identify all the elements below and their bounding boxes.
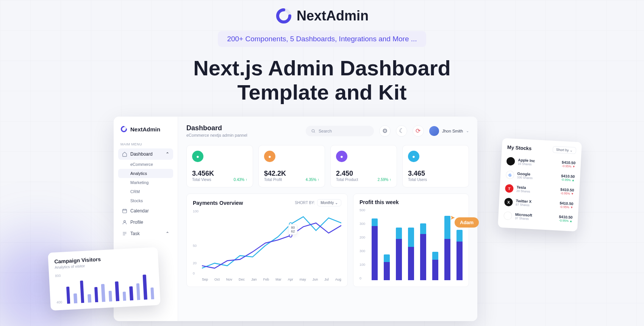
bar (150, 287, 154, 299)
stat-icon: ● (408, 151, 419, 162)
stat-label: Total Profit (264, 178, 282, 182)
sidebar-sub-ecommerce[interactable]: eCommerce (118, 160, 173, 169)
sidebar-sub-marketing[interactable]: Marketing (118, 178, 173, 187)
profit-chart: 5003002003001000 (360, 208, 463, 280)
stocks-card: My Stocks Short by ⌄ Apple Inc16 Shares … (498, 138, 582, 232)
bar (432, 252, 438, 280)
sidebar-item-profile[interactable]: Profile (118, 217, 173, 228)
bar (143, 275, 147, 300)
bar (420, 223, 426, 280)
sidebar-brand[interactable]: NextAdmin (118, 126, 173, 139)
bar (123, 292, 127, 301)
stat-label: Total Views (192, 178, 211, 182)
bar (94, 287, 98, 303)
bar (444, 216, 450, 280)
search-input[interactable]: Search (306, 126, 374, 136)
stat-change: 4.35% ↑ (306, 178, 319, 182)
page-subtitle: eCommerce nextjs admin pannel (186, 133, 300, 137)
home-icon (122, 151, 127, 157)
sidebar-sub-crm[interactable]: CRM (118, 187, 173, 196)
bar (80, 280, 84, 303)
chevron-down-icon: ⌄ (335, 201, 338, 205)
notifications-button[interactable]: ⟳ (413, 125, 424, 137)
chevron-up-icon: ⌃ (166, 231, 169, 236)
stat-icon: ● (192, 151, 203, 162)
gear-icon: ⚙ (382, 127, 388, 134)
stat-value: 2.450 (336, 170, 391, 178)
stat-label: Total Users (408, 178, 427, 182)
bar (88, 294, 91, 303)
chart-tooltip: 8062 (288, 224, 297, 235)
bar (66, 286, 70, 304)
stocks-sort[interactable]: Short by ⌄ (552, 146, 576, 154)
stat-card: ● $42.2K Total Profit 4.35% ↑ (258, 145, 325, 187)
bar (408, 228, 414, 280)
stock-logo-icon: X (504, 198, 513, 206)
bar (372, 218, 378, 280)
calendar-icon (122, 208, 127, 214)
sidebar-item-task[interactable]: Task ⌃ (118, 228, 173, 239)
sidebar-section-label: MAIM MENU (118, 139, 173, 148)
user-menu[interactable]: Jhon Smith ⌄ (429, 126, 469, 136)
svg-point-3 (124, 220, 126, 222)
chevron-up-icon: ⌃ (166, 151, 169, 157)
bar (129, 286, 133, 300)
stock-logo-icon (506, 157, 515, 165)
stat-value: $42.2K (264, 170, 319, 178)
sort-control: SHORT BY: Monthly ⌄ (295, 199, 341, 206)
stat-card: ● 2.450 Total Product 2.59% ↑ (330, 145, 397, 187)
sidebar-item-calendar[interactable]: Calendar (118, 205, 173, 217)
stat-value: 3.465 (408, 170, 463, 178)
stat-icon: ● (264, 151, 275, 162)
moon-icon: ☾ (399, 127, 404, 134)
hero-brand-text: NextAdmin (297, 8, 369, 24)
stocks-title: My Stocks (507, 144, 532, 151)
avatar (429, 126, 439, 136)
settings-button[interactable]: ⚙ (379, 125, 391, 137)
bell-icon: ⟳ (416, 127, 420, 134)
stat-change: 2.59% ↑ (378, 178, 391, 182)
cursor-icon: ➤ (450, 214, 455, 221)
stat-card: ● 3.456K Total Views 0.43% ↑ (186, 145, 253, 187)
sidebar-sub-analytics[interactable]: Analytics (118, 169, 173, 178)
profit-title: Profit this week (360, 199, 399, 205)
svg-rect-2 (123, 209, 127, 213)
topbar: Dashboard eCommerce nextjs admin pannel … (186, 124, 469, 137)
svg-point-4 (312, 129, 314, 132)
brand-logo-icon (120, 126, 127, 133)
main-content: Dashboard eCommerce nextjs admin pannel … (178, 117, 477, 321)
bar (73, 293, 77, 304)
profit-card: Profit this week 5003002003001000 (353, 193, 469, 287)
stock-logo-icon: G (506, 170, 514, 179)
user-icon (122, 220, 127, 225)
stats-row: ● 3.456K Total Views 0.43% ↑● $42.2K Tot… (186, 145, 469, 187)
bar (115, 281, 119, 301)
sidebar-sub-stocks[interactable]: Stocks (118, 196, 173, 205)
campaign-card: Campaign Visitors Analytics of visitor 8… (48, 247, 161, 311)
brand-logo-icon (275, 8, 292, 24)
stat-change: 0.43% ↑ (234, 178, 247, 182)
stat-label: Total Product (336, 178, 358, 182)
dashboard-window: NextAdmin MAIM MENU Dashboard ⌃ eCommerc… (114, 117, 477, 321)
hero-brand: NextAdmin (0, 8, 644, 24)
campaign-chart: 800400 (55, 269, 154, 304)
sidebar-item-dashboard[interactable]: Dashboard ⌃ (118, 148, 173, 160)
stat-card: ● 3.465 Total Users (402, 145, 469, 187)
stat-icon: ● (336, 151, 347, 162)
cursor-label: Adam (455, 217, 479, 228)
bar (456, 230, 463, 280)
bar (136, 283, 140, 300)
sort-dropdown[interactable]: Monthly ⌄ (317, 199, 341, 206)
bar (396, 228, 402, 280)
theme-toggle-button[interactable]: ☾ (396, 125, 407, 137)
hero-title: Next.js Admin DashboardTemplate and Kit (0, 56, 644, 105)
bar (384, 254, 390, 280)
bar (101, 284, 105, 302)
stock-logo-icon (503, 211, 512, 220)
chevron-down-icon: ⌄ (466, 129, 469, 133)
list-icon (122, 231, 127, 236)
stat-value: 3.456K (192, 170, 247, 178)
stock-logo-icon: T (505, 184, 514, 193)
hero-pill: 200+ Components, 5 Dashboards, Integrati… (218, 31, 426, 47)
page-title: Dashboard (186, 124, 300, 132)
